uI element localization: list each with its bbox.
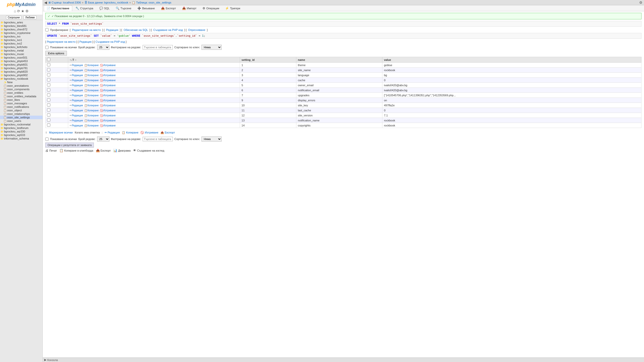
row-checkbox[interactable] [47, 113, 50, 117]
edit-row-link[interactable]: ✏ Редакция [70, 109, 83, 112]
tree-item-bgrockeu_ossn501[interactable]: 📁bgrockeu_ossn501 [0, 56, 43, 59]
delete-row-link[interactable]: 🚫 Изтриване [100, 89, 115, 92]
copy-row-link[interactable]: 📋 Копиране [84, 74, 99, 77]
tree-item-bgrockeu_rocknmetal[interactable]: 📁bgrockeu_rocknmetal [0, 123, 43, 126]
tree-item-bgrockeu_phpb781[interactable]: 📁bgrockeu_phpb781 [0, 66, 43, 70]
star-icon[interactable]: ★ [21, 9, 24, 13]
tree-item-bgrockeu_ivo[interactable]: 📁bgrockeu_ivo [0, 35, 43, 38]
breadcrumb-database[interactable]: 🗄 База данни: bgrockeu_rockbook [85, 1, 128, 4]
copy-row-link[interactable]: 📋 Копиране [84, 69, 99, 72]
copy-row-link[interactable]: 📋 Копиране [84, 64, 99, 67]
copy-row-link[interactable]: 📋 Копиране [84, 99, 99, 102]
delete-row-link[interactable]: 🚫 Изтриване [100, 124, 115, 127]
explain-sql-link[interactable]: Обяснение на SQL [124, 28, 148, 31]
delete-row-link[interactable]: 🚫 Изтриване [100, 114, 115, 117]
delete-row-link[interactable]: 🚫 Изтриване [100, 79, 115, 82]
edit-link-1[interactable]: Редакция [106, 28, 118, 31]
copy-row-link[interactable]: 📋 Копиране [84, 124, 99, 127]
tab-операции[interactable]: ⚙Операции [200, 5, 222, 11]
create-php-link-2[interactable]: Създаване на PHP код [95, 40, 125, 43]
edit-row-link[interactable]: ✏ Редакция [70, 124, 83, 127]
edit-row-link[interactable]: ✏ Редакция [70, 114, 83, 117]
edit-row-link[interactable]: ✏ Редакция [70, 99, 83, 102]
tree-item-bgrockeu_music[interactable]: 📁bgrockeu_music [0, 52, 43, 56]
mark-all-link[interactable]: Маркиране всички [49, 131, 73, 134]
bottom-edit-link[interactable]: ✏ Редакция [105, 131, 120, 134]
col-actions[interactable]: ↑↓T→ [68, 57, 240, 63]
tree-item-ossn_site_settings[interactable]: 📋ossn_site_settings [0, 116, 43, 119]
col-name[interactable]: name [296, 57, 382, 63]
breadcrumb-server[interactable]: 🖥 Сървър: localhost:3306 [48, 1, 81, 4]
tree-item-bgrockeu_phpb601[interactable]: 📁bgrockeu_phpb601 [0, 63, 43, 66]
edit-link-2[interactable]: Редакция [79, 40, 92, 43]
delete-row-link[interactable]: 🚫 Изтриване [100, 94, 115, 97]
tree-item-bgrockeu_phpb820[interactable]: 📁bgrockeu_phpb820 [0, 70, 43, 73]
col-setting-id[interactable]: setting_id [240, 57, 296, 63]
row-checkbox[interactable] [47, 83, 50, 86]
tree-item-bgrockeu_aries[interactable]: 📁bgrockeu_aries [0, 21, 43, 24]
row-checkbox[interactable] [47, 88, 50, 92]
col-value[interactable]: value [382, 57, 641, 63]
op-btn-създаваненаизглед[interactable]: 👁Създаване на изглед [133, 149, 164, 152]
tree-item-ossn_likes[interactable]: 📋ossn_likes [0, 98, 43, 102]
copy-row-link[interactable]: 📋 Копиране [84, 114, 99, 117]
select-all-checkbox[interactable] [47, 58, 50, 61]
copy-row-link[interactable]: 📋 Копиране [84, 84, 99, 87]
tree-item-bgrockeu_chev972[interactable]: 📁bgrockeu_chev972 [0, 28, 43, 31]
delete-row-link[interactable]: 🚫 Изтриване [100, 109, 115, 112]
tree-item-bgrockeu_cryptomine[interactable]: 📁bgrockeu_cryptomine [0, 31, 43, 35]
row-checkbox[interactable] [47, 103, 50, 107]
breadcrumb-table[interactable]: 📋 Таблица: ossn_site_settings [132, 1, 171, 4]
tab-експорт[interactable]: 📤Експорт [158, 5, 179, 11]
edit-row-link[interactable]: ✏ Редакция [70, 69, 83, 72]
tree-item-bgrockeu_rockbook[interactable]: 📂bgrockeu_rockbook [0, 77, 43, 80]
rows-select-bottom[interactable]: 2550100250 [97, 137, 109, 142]
tree-item-ossn_components[interactable]: 📋ossn_components [0, 87, 43, 91]
edit-row-link[interactable]: ✏ Редакция [70, 94, 83, 97]
delete-row-link[interactable]: 🚫 Изтриване [100, 64, 115, 67]
edit-row-link[interactable]: ✏ Редакция [70, 74, 83, 77]
create-php-link-1[interactable]: Създаване на PHP код [153, 28, 183, 31]
tree-item-bgrockeu_metal[interactable]: 📁bgrockeu_metal [0, 49, 43, 52]
edit-inline-link[interactable]: Редактиране на място [72, 28, 101, 31]
copy-row-link[interactable]: 📋 Копиране [84, 104, 99, 107]
delete-row-link[interactable]: 🚫 Изтриване [100, 74, 115, 77]
row-checkbox[interactable] [47, 68, 50, 71]
extra-options-button[interactable]: Extra options [45, 51, 67, 56]
tree-item-bgrockeu_bles681[interactable]: 📁bgrockeu_bles681 [0, 24, 43, 28]
delete-row-link[interactable]: 🚫 Изтриване [100, 104, 115, 107]
show-all-checkbox-bottom[interactable] [45, 138, 49, 141]
row-checkbox[interactable] [47, 108, 50, 112]
edit-row-link[interactable]: ✏ Редакция [70, 89, 83, 92]
tree-item-New[interactable]: ✨New [0, 80, 43, 84]
tree-item-ossn_object[interactable]: 📋ossn_object [0, 109, 43, 112]
copy-row-link[interactable]: 📋 Копиране [84, 89, 99, 92]
edit-row-link[interactable]: ✏ Редакция [70, 64, 83, 67]
recent-button[interactable]: Скорошни [6, 16, 22, 19]
copy-row-link[interactable]: 📋 Копиране [84, 79, 99, 82]
copy-row-link[interactable]: 📋 Копиране [84, 109, 99, 112]
edit-row-link[interactable]: ✏ Редакция [70, 84, 83, 87]
tab-вмъкване[interactable]: ➕Вмъкване [135, 5, 158, 11]
tree-item-ossn_notifications[interactable]: 📋ossn_notifications [0, 105, 43, 109]
bottom-export-link[interactable]: 📤 Експорт [160, 131, 175, 134]
row-checkbox[interactable] [47, 118, 50, 122]
console-bar[interactable]: ▶ Конзола [43, 357, 644, 362]
row-checkbox[interactable] [47, 73, 50, 76]
bottom-delete-link[interactable]: 🚫 Изтриване [140, 131, 158, 134]
tree-item-bgrockeu_wp533[interactable]: 📁bgrockeu_wp533 [0, 133, 43, 137]
delete-row-link[interactable]: 🚫 Изтриване [100, 119, 115, 122]
filter-input-top[interactable] [143, 45, 173, 50]
op-btn-печат[interactable]: 🖨Печат [45, 149, 57, 152]
nav-left-icon[interactable]: ◀ [44, 1, 47, 5]
row-checkbox[interactable] [47, 63, 50, 66]
row-checkbox[interactable] [47, 98, 50, 102]
bottom-copy-link[interactable]: 📋 Копиране [122, 131, 138, 134]
top-gear-icon[interactable]: ⚙ [639, 1, 642, 5]
tree-item-ossn_users[interactable]: 📋ossn_users [0, 119, 43, 123]
delete-row-link[interactable]: 🚫 Изтриване [100, 99, 115, 102]
delete-row-link[interactable]: 🚫 Изтриване [100, 84, 115, 87]
tab-структура[interactable]: 🔧Структура [73, 5, 96, 11]
tree-item-ossn_messages[interactable]: 📋ossn_messages [0, 102, 43, 105]
tree-item-ossn_entities_metadata[interactable]: 📋ossn_entities_metadata [0, 95, 43, 98]
